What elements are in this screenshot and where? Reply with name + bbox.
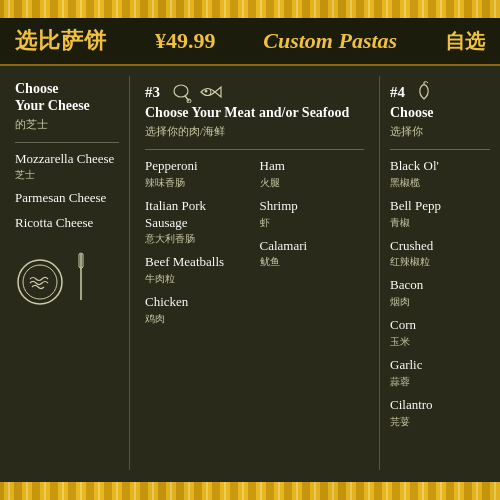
meat-shrimp-zh: 虾: [260, 216, 365, 230]
topping-cilantro-zh: 芫荽: [390, 415, 490, 429]
cheese-title-zh: 的芝士: [15, 117, 119, 132]
knife-icon: [75, 252, 87, 306]
topping-bellpepp-zh: 青椒: [390, 216, 490, 230]
cheese-item-2-en: Parmesan Cheese: [15, 190, 119, 207]
plate-area: [15, 252, 119, 311]
topping-cilantro-en: Cilantro: [390, 397, 490, 414]
chicken-icon: [170, 81, 192, 103]
cheese-item-3-en: Ricotta Cheese: [15, 215, 119, 232]
meat-title-en: Choose Your Meat and/or Seafood: [145, 105, 364, 122]
topping-blackol-en: Black Ol': [390, 158, 490, 175]
meat-columns: Pepperoni 辣味香肠 Italian Pork Sausage 意大利香…: [145, 158, 364, 334]
topping-garlic-zh: 蒜蓉: [390, 375, 490, 389]
topping-corn-zh: 玉米: [390, 335, 490, 349]
toppings-icon-area: [415, 81, 433, 103]
meat-sausage-zh: 意大利香肠: [145, 232, 250, 246]
meat-pepperoni-zh: 辣味香肠: [145, 176, 250, 190]
meat-shrimp-en: Shrimp: [260, 198, 365, 215]
meat-chicken-zh: 鸡肉: [145, 312, 250, 326]
cheese-item-1-zh: 芝士: [15, 168, 119, 182]
meat-pepperoni-en: Pepperoni: [145, 158, 250, 175]
cheese-item-1-en: Mozzarella Cheese: [15, 151, 119, 168]
header-left-label: 选比萨饼: [15, 26, 107, 56]
svg-point-0: [18, 260, 62, 304]
section-meat: #3 Choose Yo: [130, 76, 380, 470]
topping-bacon-zh: 烟肉: [390, 295, 490, 309]
toppings-title-zh: 选择你: [390, 124, 490, 139]
fish-icon: [197, 81, 225, 103]
svg-point-6: [205, 90, 208, 93]
svg-point-3: [174, 85, 188, 97]
meat-calamari-zh: 鱿鱼: [260, 255, 365, 269]
section-toppings: #4 Choose 选择你 Black Ol' 黑椒榄 Bell Pepp 青椒…: [380, 76, 500, 470]
topping-corn-en: Corn: [390, 317, 490, 334]
header-title: Custom Pastas: [263, 28, 397, 54]
topping-blackol-zh: 黑椒榄: [390, 176, 490, 190]
meat-ham-en: Ham: [260, 158, 365, 175]
cheese-title-en: ChooseYour Cheese: [15, 81, 119, 115]
meat-ham-zh: 火腿: [260, 176, 365, 190]
toppings-header: #4: [390, 81, 490, 103]
meat-col1: Pepperoni 辣味香肠 Italian Pork Sausage 意大利香…: [145, 158, 250, 334]
content-area: ChooseYour Cheese 的芝士 Mozzarella Cheese …: [0, 66, 500, 480]
toppings-number: #4: [390, 84, 405, 101]
topping-garlic-en: Garlic: [390, 357, 490, 374]
topping-bacon-en: Bacon: [390, 277, 490, 294]
svg-point-1: [23, 265, 57, 299]
header-price: ¥49.99: [155, 28, 216, 54]
meat-title-zh: 选择你的肉/海鲜: [145, 124, 364, 139]
header: 选比萨饼 ¥49.99 Custom Pastas 自选: [0, 18, 500, 66]
meat-col2: Ham 火腿 Shrimp 虾 Calamari 鱿鱼: [260, 158, 365, 334]
topping-bellpepp-en: Bell Pepp: [390, 198, 490, 215]
topping-crushed-zh: 红辣椒粒: [390, 255, 490, 269]
section-cheese: ChooseYour Cheese 的芝士 Mozzarella Cheese …: [0, 76, 130, 470]
top-border: [0, 0, 500, 18]
meat-sausage-en: Italian Pork Sausage: [145, 198, 250, 232]
page: 选比萨饼 ¥49.99 Custom Pastas 自选 ChooseYour …: [0, 0, 500, 500]
pepper-icon: [415, 81, 433, 103]
meat-icons: [170, 81, 225, 103]
topping-crushed-en: Crushed: [390, 238, 490, 255]
toppings-title-en: Choose: [390, 105, 490, 122]
meat-meatballs-zh: 牛肉粒: [145, 272, 250, 286]
meat-number: #3: [145, 84, 160, 101]
header-right-label: 自选: [445, 28, 485, 55]
meat-chicken-en: Chicken: [145, 294, 250, 311]
meat-calamari-en: Calamari: [260, 238, 365, 255]
bottom-border: [0, 482, 500, 500]
meat-header: #3: [145, 81, 364, 103]
plate-icon: [15, 257, 65, 311]
meat-meatballs-en: Beef Meatballs: [145, 254, 250, 271]
